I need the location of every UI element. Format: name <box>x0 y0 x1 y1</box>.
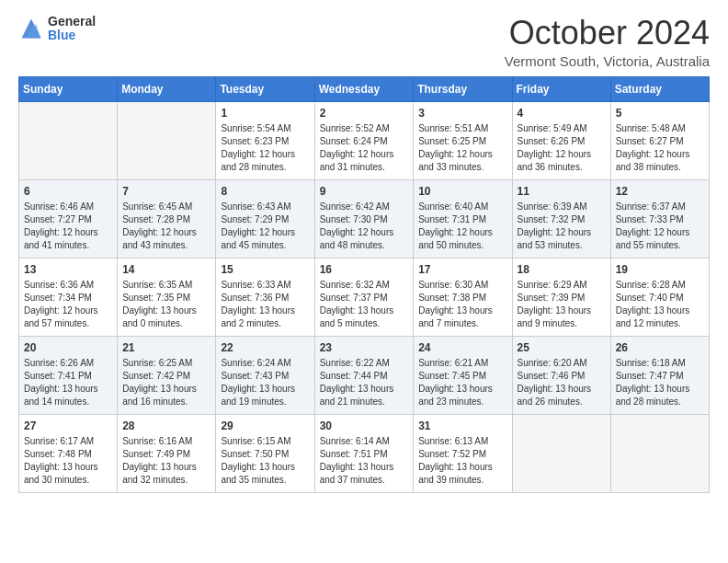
daylight-minutes-text: and 5 minutes. <box>320 318 381 328</box>
logo-general: General <box>48 15 96 29</box>
daylight-hours-text: Daylight: 13 hours <box>418 305 493 316</box>
daylight-minutes-text: and 0 minutes. <box>122 318 183 328</box>
day-number: 18 <box>518 262 606 278</box>
calendar-cell: 17Sunrise: 6:30 AMSunset: 7:38 PMDayligh… <box>414 258 512 336</box>
day-number: 9 <box>320 184 409 200</box>
daylight-minutes-text: and 26 minutes. <box>518 396 583 407</box>
calendar-cell: 24Sunrise: 6:21 AMSunset: 7:45 PMDayligh… <box>414 336 512 414</box>
daylight-minutes-text: and 9 minutes. <box>518 318 578 328</box>
sunrise-text: Sunrise: 6:21 AM <box>418 358 488 368</box>
sunset-text: Sunset: 7:52 PM <box>418 449 486 459</box>
day-number: 12 <box>616 184 704 200</box>
daylight-hours-text: Daylight: 12 hours <box>24 305 98 316</box>
calendar-cell: 21Sunrise: 6:25 AMSunset: 7:42 PMDayligh… <box>118 336 216 414</box>
sunrise-text: Sunrise: 6:33 AM <box>221 280 290 290</box>
sunrise-text: Sunrise: 5:48 AM <box>616 123 686 133</box>
daylight-minutes-text: and 55 minutes. <box>616 240 681 250</box>
day-number: 5 <box>616 106 704 121</box>
sunrise-text: Sunrise: 5:51 AM <box>418 123 488 133</box>
subtitle: Vermont South, Victoria, Australia <box>505 53 710 69</box>
day-number: 17 <box>418 262 506 278</box>
sunset-text: Sunset: 7:38 PM <box>418 293 486 303</box>
logo-text: General Blue <box>48 15 96 43</box>
calendar-cell: 30Sunrise: 6:14 AMSunset: 7:51 PMDayligh… <box>314 414 414 492</box>
page: General Blue October 2024 Vermont South,… <box>0 0 728 502</box>
calendar-cell: 3Sunrise: 5:51 AMSunset: 6:25 PMDaylight… <box>414 101 512 179</box>
sunset-text: Sunset: 7:35 PM <box>122 293 190 303</box>
daylight-hours-text: Daylight: 12 hours <box>320 149 394 159</box>
sunset-text: Sunset: 6:27 PM <box>616 136 684 146</box>
day-number: 31 <box>418 419 506 434</box>
calendar-cell: 4Sunrise: 5:49 AMSunset: 6:26 PMDaylight… <box>512 101 610 179</box>
sunrise-text: Sunrise: 5:52 AM <box>320 123 390 133</box>
calendar-cell: 12Sunrise: 6:37 AMSunset: 7:33 PMDayligh… <box>610 179 709 258</box>
sunset-text: Sunset: 7:43 PM <box>221 371 289 381</box>
sunrise-text: Sunrise: 6:37 AM <box>616 201 686 212</box>
sunset-text: Sunset: 7:28 PM <box>122 214 190 224</box>
sunrise-text: Sunrise: 6:46 AM <box>24 201 94 212</box>
sunrise-text: Sunrise: 6:14 AM <box>320 436 390 446</box>
day-number: 11 <box>518 184 606 200</box>
day-header-sunday: Sunday <box>19 76 118 101</box>
daylight-minutes-text: and 45 minutes. <box>221 240 286 250</box>
daylight-hours-text: Daylight: 13 hours <box>418 462 493 472</box>
sunset-text: Sunset: 7:48 PM <box>24 449 92 459</box>
calendar-cell: 8Sunrise: 6:43 AMSunset: 7:29 PMDaylight… <box>216 179 314 258</box>
day-number: 6 <box>24 184 112 200</box>
calendar-cell: 15Sunrise: 6:33 AMSunset: 7:36 PMDayligh… <box>216 258 314 336</box>
sunrise-text: Sunrise: 5:54 AM <box>221 123 290 133</box>
daylight-hours-text: Daylight: 13 hours <box>24 384 98 394</box>
sunrise-text: Sunrise: 6:22 AM <box>320 358 390 368</box>
calendar-cell: 29Sunrise: 6:15 AMSunset: 7:50 PMDayligh… <box>216 414 314 492</box>
sunset-text: Sunset: 6:24 PM <box>320 136 388 146</box>
calendar-cell: 28Sunrise: 6:16 AMSunset: 7:49 PMDayligh… <box>118 414 216 492</box>
calendar-cell: 6Sunrise: 6:46 AMSunset: 7:27 PMDaylight… <box>19 179 118 258</box>
logo-blue: Blue <box>48 29 96 42</box>
daylight-minutes-text: and 12 minutes. <box>616 318 681 328</box>
daylight-minutes-text: and 57 minutes. <box>24 318 89 328</box>
title-block: October 2024 Vermont South, Victoria, Au… <box>505 15 710 69</box>
daylight-hours-text: Daylight: 12 hours <box>616 227 690 237</box>
daylight-hours-text: Daylight: 12 hours <box>320 227 394 237</box>
daylight-hours-text: Daylight: 12 hours <box>221 227 295 237</box>
sunset-text: Sunset: 7:47 PM <box>616 371 684 381</box>
sunset-text: Sunset: 7:40 PM <box>616 293 684 303</box>
sunrise-text: Sunrise: 6:18 AM <box>616 358 686 368</box>
daylight-hours-text: Daylight: 12 hours <box>418 149 493 159</box>
calendar-cell: 27Sunrise: 6:17 AMSunset: 7:48 PMDayligh… <box>19 414 118 492</box>
sunrise-text: Sunrise: 6:32 AM <box>320 280 390 290</box>
calendar-cell: 11Sunrise: 6:39 AMSunset: 7:32 PMDayligh… <box>512 179 610 258</box>
calendar-cell: 26Sunrise: 6:18 AMSunset: 7:47 PMDayligh… <box>610 336 709 414</box>
day-number: 2 <box>320 106 409 121</box>
calendar-cell: 2Sunrise: 5:52 AMSunset: 6:24 PMDaylight… <box>314 101 414 179</box>
calendar-week-row: 1Sunrise: 5:54 AMSunset: 6:23 PMDaylight… <box>19 101 710 179</box>
day-number: 1 <box>221 106 309 121</box>
daylight-hours-text: Daylight: 12 hours <box>418 227 493 237</box>
daylight-minutes-text: and 48 minutes. <box>320 240 385 250</box>
sunrise-text: Sunrise: 6:20 AM <box>518 358 587 368</box>
day-number: 14 <box>122 262 210 278</box>
calendar-cell <box>118 101 216 179</box>
sunset-text: Sunset: 6:26 PM <box>518 136 586 146</box>
daylight-hours-text: Daylight: 13 hours <box>518 305 592 316</box>
day-header-wednesday: Wednesday <box>314 76 414 101</box>
day-header-friday: Friday <box>512 76 610 101</box>
sunrise-text: Sunrise: 6:16 AM <box>122 436 192 446</box>
sunset-text: Sunset: 7:27 PM <box>24 214 92 224</box>
daylight-hours-text: Daylight: 13 hours <box>122 462 197 472</box>
day-number: 3 <box>418 106 506 121</box>
sunset-text: Sunset: 7:42 PM <box>122 371 190 381</box>
daylight-hours-text: Daylight: 13 hours <box>418 384 493 394</box>
calendar-week-row: 20Sunrise: 6:26 AMSunset: 7:41 PMDayligh… <box>19 336 710 414</box>
calendar-cell: 13Sunrise: 6:36 AMSunset: 7:34 PMDayligh… <box>19 258 118 336</box>
sunrise-text: Sunrise: 6:15 AM <box>221 436 290 446</box>
calendar-cell <box>610 414 709 492</box>
day-number: 15 <box>221 262 309 278</box>
daylight-hours-text: Daylight: 13 hours <box>122 305 197 316</box>
day-number: 26 <box>616 340 704 356</box>
day-number: 30 <box>320 419 409 434</box>
calendar-cell: 25Sunrise: 6:20 AMSunset: 7:46 PMDayligh… <box>512 336 610 414</box>
calendar-cell: 31Sunrise: 6:13 AMSunset: 7:52 PMDayligh… <box>414 414 512 492</box>
sunrise-text: Sunrise: 5:49 AM <box>518 123 587 133</box>
daylight-hours-text: Daylight: 13 hours <box>122 384 197 394</box>
